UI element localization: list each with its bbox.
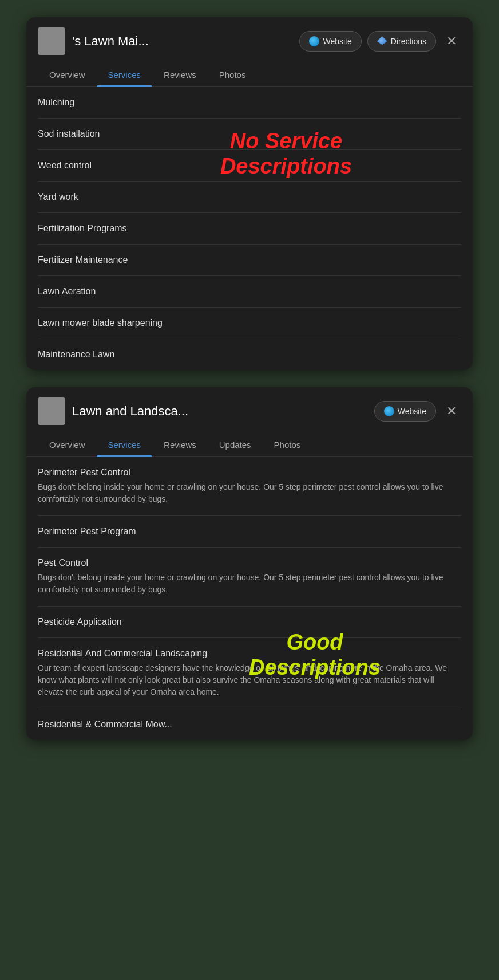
tab-photos-1[interactable]: Photos bbox=[208, 63, 258, 86]
service-name: Fertilization Programs bbox=[38, 223, 461, 234]
service-description: Bugs don't belong inside your home or cr… bbox=[38, 572, 461, 596]
service-name: Pesticide Application bbox=[38, 617, 461, 627]
service-name: Mulching bbox=[38, 97, 461, 108]
tab-reviews-1[interactable]: Reviews bbox=[152, 63, 208, 86]
tab-overview-1[interactable]: Overview bbox=[38, 63, 97, 86]
service-name: Residential And Commercial Landscaping bbox=[38, 648, 461, 659]
service-item: Sod installation bbox=[38, 119, 461, 150]
panel-1: 's Lawn Mai... Website Directions ✕ Over… bbox=[26, 17, 473, 370]
globe-icon-1 bbox=[309, 36, 319, 46]
close-button-2[interactable]: ✕ bbox=[442, 403, 461, 420]
service-item: Pest Control Bugs don't belong inside yo… bbox=[38, 548, 461, 607]
website-label-1: Website bbox=[323, 37, 351, 46]
tab-overview-2[interactable]: Overview bbox=[38, 433, 97, 456]
directions-icon-1 bbox=[377, 36, 387, 46]
tab-photos-2[interactable]: Photos bbox=[263, 433, 312, 456]
service-item: Pesticide Application bbox=[38, 607, 461, 638]
service-item: Perimeter Pest Program bbox=[38, 516, 461, 548]
service-item: Fertilizer Maintenance bbox=[38, 245, 461, 276]
service-name: Lawn mower blade sharpening bbox=[38, 318, 461, 328]
avatar-1 bbox=[38, 27, 65, 55]
service-item: Mulching bbox=[38, 87, 461, 119]
website-button-1[interactable]: Website bbox=[299, 31, 361, 52]
service-item: Yard work bbox=[38, 182, 461, 213]
service-description: Bugs don't belong inside your home or cr… bbox=[38, 481, 461, 505]
globe-icon-2 bbox=[384, 406, 394, 416]
service-item: Residential And Commercial Landscaping O… bbox=[38, 638, 461, 709]
service-name: Pest Control bbox=[38, 558, 461, 568]
directions-label-1: Directions bbox=[391, 37, 426, 46]
avatar-2 bbox=[38, 397, 65, 425]
panel-2: Lawn and Landsca... Website ✕ Overview S… bbox=[26, 387, 473, 740]
service-item: Perimeter Pest Control Bugs don't belong… bbox=[38, 457, 461, 516]
tabs-2: Overview Services Reviews Updates Photos bbox=[26, 433, 473, 457]
tab-updates-2[interactable]: Updates bbox=[208, 433, 263, 456]
tab-reviews-2[interactable]: Reviews bbox=[152, 433, 208, 456]
service-name: Sod installation bbox=[38, 129, 461, 139]
panel-2-header: Lawn and Landsca... Website ✕ bbox=[26, 387, 473, 433]
service-item: Residential & Commercial Mow... bbox=[38, 709, 461, 740]
header-buttons-2: Website ✕ bbox=[374, 401, 461, 422]
service-name: Residential & Commercial Mow... bbox=[38, 719, 461, 730]
website-label-2: Website bbox=[398, 407, 426, 416]
directions-button-1[interactable]: Directions bbox=[367, 31, 436, 52]
header-buttons-1: Website Directions ✕ bbox=[299, 31, 461, 52]
service-item: Weed control bbox=[38, 150, 461, 182]
services-list-1: Mulching Sod installation Weed control Y… bbox=[26, 87, 473, 370]
services-list-2: Perimeter Pest Control Bugs don't belong… bbox=[26, 457, 473, 740]
service-name: Fertilizer Maintenance bbox=[38, 255, 461, 265]
service-item: Fertilization Programs bbox=[38, 213, 461, 245]
tabs-1: Overview Services Reviews Photos bbox=[26, 63, 473, 87]
tab-services-2[interactable]: Services bbox=[97, 433, 153, 456]
service-name: Weed control bbox=[38, 160, 461, 171]
service-item: Lawn Aeration bbox=[38, 276, 461, 308]
tab-services-1[interactable]: Services bbox=[97, 63, 153, 86]
service-name: Perimeter Pest Program bbox=[38, 526, 461, 537]
service-name: Perimeter Pest Control bbox=[38, 467, 461, 478]
website-button-2[interactable]: Website bbox=[374, 401, 436, 422]
business-name-1: 's Lawn Mai... bbox=[72, 34, 292, 49]
service-description: Our team of expert landscape designers h… bbox=[38, 662, 461, 698]
panel-1-header: 's Lawn Mai... Website Directions ✕ bbox=[26, 17, 473, 63]
service-item: Lawn mower blade sharpening bbox=[38, 308, 461, 339]
close-button-1[interactable]: ✕ bbox=[442, 33, 461, 50]
service-name: Yard work bbox=[38, 192, 461, 202]
service-name: Lawn Aeration bbox=[38, 286, 461, 297]
service-item: Maintenance Lawn bbox=[38, 339, 461, 370]
service-name: Maintenance Lawn bbox=[38, 349, 461, 360]
business-name-2: Lawn and Landsca... bbox=[72, 404, 367, 419]
